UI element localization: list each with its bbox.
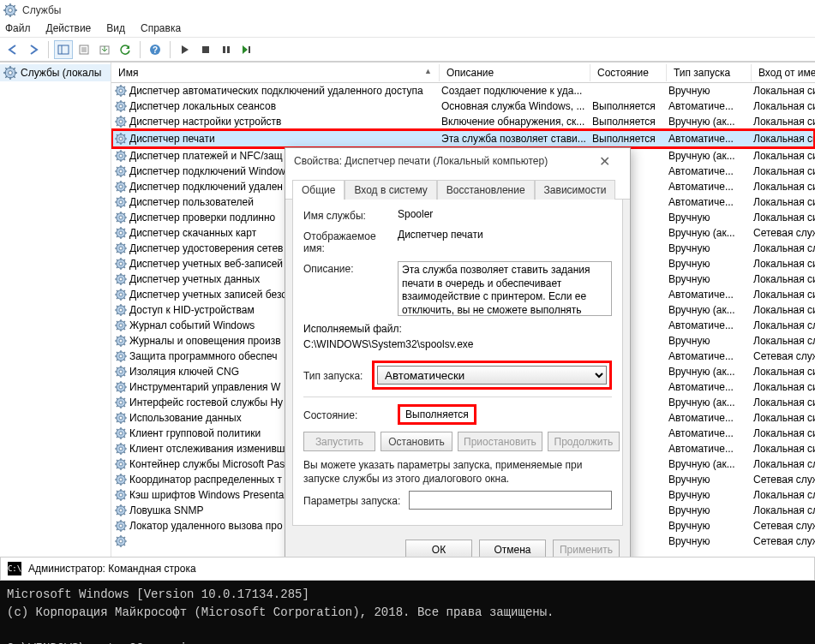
service-startup: Автоматиче... bbox=[667, 289, 752, 301]
service-logon: Сетевая служ... bbox=[752, 520, 815, 532]
list-header: Имя▲ Описание Состояние Тип запуска Вход… bbox=[111, 63, 815, 83]
tab-1[interactable]: Вход в систему bbox=[345, 180, 436, 200]
service-startup: Вручную bbox=[667, 520, 752, 532]
help-button[interactable]: ? bbox=[146, 40, 165, 59]
tab-2[interactable]: Восстановление bbox=[437, 180, 535, 200]
gear-icon bbox=[115, 458, 127, 470]
service-logon: Сетевая служ... bbox=[752, 474, 815, 486]
menu-2[interactable]: Вид bbox=[106, 22, 125, 35]
label-description: Описание: bbox=[303, 261, 398, 316]
label-executable: Исполняемый файл: bbox=[303, 323, 612, 335]
value-display-name: Диспетчер печати bbox=[398, 229, 612, 254]
service-logon: Локальная си... bbox=[752, 116, 815, 128]
close-icon[interactable]: ✕ bbox=[587, 153, 621, 170]
console-window: C:\ Администратор: Командная строка Micr… bbox=[0, 557, 815, 644]
back-button[interactable] bbox=[3, 40, 22, 59]
svg-rect-14 bbox=[249, 46, 250, 53]
service-startup: Вручную bbox=[667, 258, 752, 270]
services-titlebar: Службы bbox=[0, 0, 815, 21]
highlight-state: Выполняется bbox=[398, 404, 476, 425]
gear-icon bbox=[115, 227, 127, 239]
col-state[interactable]: Состояние bbox=[590, 64, 667, 81]
resume-button: Продолжить bbox=[548, 432, 620, 451]
service-name: Диспетчер настройки устройств bbox=[129, 116, 281, 128]
value-description: Эта служба позволяет ставить задания печ… bbox=[398, 261, 612, 316]
gear-icon bbox=[115, 535, 127, 547]
service-logon: Локальная си... bbox=[752, 85, 815, 97]
gear-icon bbox=[3, 66, 17, 80]
start-service-button[interactable] bbox=[176, 40, 195, 59]
service-logon: Локальная сл... bbox=[752, 504, 815, 516]
stop-service-button[interactable] bbox=[196, 40, 215, 59]
service-startup: Вручную (ак... bbox=[667, 116, 752, 128]
col-startup[interactable]: Тип запуска bbox=[667, 64, 752, 81]
tab-3[interactable]: Зависимости bbox=[535, 180, 616, 200]
tab-0[interactable]: Общие bbox=[292, 180, 345, 200]
stop-button[interactable]: Остановить bbox=[381, 432, 452, 451]
service-startup: Автоматиче... bbox=[667, 350, 752, 362]
menu-3[interactable]: Справка bbox=[141, 22, 181, 35]
gear-icon bbox=[115, 319, 127, 331]
service-startup: Вручную (ак... bbox=[667, 150, 752, 162]
svg-rect-12 bbox=[223, 46, 225, 53]
service-startup: Вручную (ак... bbox=[667, 458, 752, 470]
console-output[interactable]: Microsoft Windows [Version 10.0.17134.28… bbox=[0, 581, 815, 644]
dialog-titlebar[interactable]: Свойства: Диспетчер печати (Локальный ко… bbox=[285, 148, 630, 174]
service-name: Клиент групповой политики bbox=[129, 427, 261, 439]
label-service-name: Имя службы: bbox=[303, 208, 398, 222]
properties-button[interactable] bbox=[75, 40, 93, 59]
service-row[interactable]: Диспетчер локальных сеансовОсновная служ… bbox=[111, 98, 815, 114]
gear-icon bbox=[115, 273, 127, 285]
col-name[interactable]: Имя▲ bbox=[111, 64, 440, 81]
show-hide-tree-button[interactable] bbox=[54, 40, 73, 59]
service-row[interactable]: Диспетчер настройки устройствВключение о… bbox=[111, 114, 815, 129]
service-desc: Эта служба позволяет стави... bbox=[440, 133, 590, 145]
service-name: Изоляция ключей CNG bbox=[129, 366, 239, 378]
export-button[interactable] bbox=[95, 40, 114, 59]
gear-icon bbox=[115, 381, 127, 393]
service-row[interactable]: Диспетчер печатиЭта служба позволяет ста… bbox=[111, 129, 815, 148]
service-name: Диспетчер учетных данных bbox=[129, 273, 260, 285]
service-row[interactable]: Диспетчер автоматических подключений уда… bbox=[111, 83, 815, 98]
window-title: Службы bbox=[22, 4, 61, 16]
service-logon: Сетевая служ... bbox=[752, 227, 815, 239]
col-desc[interactable]: Описание bbox=[440, 64, 590, 81]
gear-icon bbox=[115, 350, 127, 362]
label-display-name: Отображаемое имя: bbox=[303, 229, 398, 254]
service-startup: Автоматиче... bbox=[667, 165, 752, 177]
start-params-input[interactable] bbox=[409, 491, 612, 510]
value-executable: C:\WINDOWS\System32\spoolsv.exe bbox=[303, 338, 612, 350]
console-titlebar[interactable]: C:\ Администратор: Командная строка bbox=[0, 557, 815, 581]
service-name: Ловушка SNMP bbox=[129, 504, 203, 516]
service-logon: Локальная сл... bbox=[752, 242, 815, 254]
forward-button[interactable] bbox=[24, 40, 43, 59]
service-startup: Автоматиче... bbox=[667, 443, 752, 455]
gear-icon bbox=[115, 196, 127, 208]
service-logon: Локальная си... bbox=[752, 133, 815, 145]
service-logon: Локальная сл... bbox=[752, 458, 815, 470]
service-startup: Вручную bbox=[667, 489, 752, 501]
pause-service-button[interactable] bbox=[217, 40, 236, 59]
refresh-button[interactable] bbox=[116, 40, 135, 59]
col-logon[interactable]: Вход от имени bbox=[752, 64, 815, 81]
restart-service-button[interactable] bbox=[237, 40, 256, 59]
service-name: Диспетчер скачанных карт bbox=[129, 227, 256, 239]
startup-type-select[interactable]: Автоматически bbox=[377, 366, 607, 385]
service-startup: Автоматиче... bbox=[667, 133, 752, 145]
service-name: Журналы и оповещения произв bbox=[129, 335, 281, 347]
tree-root-services[interactable]: Службы (локалы bbox=[0, 64, 111, 81]
gear-icon bbox=[115, 304, 127, 316]
dialog-tabs: ОбщиеВход в системуВосстановлениеЗависим… bbox=[285, 174, 630, 200]
menu-1[interactable]: Действие bbox=[46, 22, 92, 35]
service-logon: Локальная си... bbox=[752, 273, 815, 285]
gear-icon bbox=[115, 289, 127, 301]
label-startup-type: Тип запуска: bbox=[303, 368, 372, 382]
start-button: Запустить bbox=[303, 432, 375, 451]
service-startup: Автоматиче... bbox=[667, 412, 752, 424]
service-startup: Автоматиче... bbox=[667, 181, 752, 193]
service-startup: Автоматиче... bbox=[667, 427, 752, 439]
value-state: Выполняется bbox=[405, 408, 469, 420]
menu-0[interactable]: Файл bbox=[5, 22, 31, 35]
cmd-icon: C:\ bbox=[8, 562, 21, 575]
sort-asc-icon: ▲ bbox=[424, 67, 432, 79]
